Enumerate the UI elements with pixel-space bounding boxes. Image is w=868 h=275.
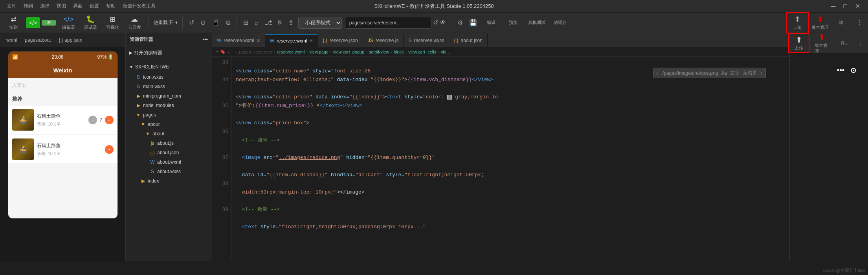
icon-search[interactable]: ⌕ <box>253 18 260 28</box>
btn-cloud[interactable]: ☁ 云开发 <box>125 14 144 31</box>
tab-reservee-json[interactable]: {.} reservee.json <box>318 34 363 47</box>
icon-phone[interactable]: 📱 <box>210 17 221 28</box>
window-title: SXHclientWE - 微信开发者工具 Stable 1.05.220425… <box>374 3 494 10</box>
menu-bar[interactable]: 文件 转到 选择 视图 界面 设置 帮助 微信开发者工具 <box>5 2 158 10</box>
btn-editor[interactable]: </> <box>26 17 40 28</box>
menu-ui[interactable]: 界面 <box>71 2 85 10</box>
icon-settings2[interactable]: ⚙ <box>456 17 464 28</box>
btn-goto[interactable]: ⇄ 转到 <box>4 14 23 31</box>
tab-reservee-wxss[interactable]: S reservee.wxss <box>404 34 449 47</box>
btn-debugger[interactable]: 🐛 调试器 <box>81 14 100 31</box>
explorer-more-icon[interactable]: ••• <box>203 37 208 42</box>
decrease-btn-1[interactable]: − <box>88 116 97 124</box>
menu-goto[interactable]: 转到 <box>21 2 35 10</box>
search-up[interactable]: ↑ <box>760 70 762 76</box>
tab-wxss-icon: S <box>408 38 411 43</box>
icon-stop[interactable]: ⊙ <box>199 17 207 28</box>
btn-upload[interactable]: ⬆ 上传 <box>788 14 807 31</box>
menu-help[interactable]: 帮助 <box>104 2 118 10</box>
btn-editor-label[interactable]: </> 编辑器 <box>59 14 78 31</box>
mode-selector[interactable]: 小程序模式 <box>298 17 342 29</box>
btn-compile[interactable]: 编译 <box>482 14 501 31</box>
folder-about-2[interactable]: ▼ about <box>126 129 212 138</box>
icon-branch[interactable]: ⎇ <box>263 17 273 28</box>
file-about-wxml[interactable]: W about.wxml <box>126 157 212 167</box>
icon-layout[interactable]: ⧉ <box>224 18 232 28</box>
sec-btn-app-json[interactable]: {.} app.json <box>55 37 85 44</box>
window-controls[interactable]: ─ □ ✕ <box>828 2 863 11</box>
btn-clear-save[interactable]: 清缓存 <box>551 14 570 31</box>
path-input[interactable] <box>345 17 431 29</box>
file-about-json[interactable]: {.} about.json <box>126 148 212 157</box>
cloud-icon: ☁ <box>131 15 138 24</box>
phone-item-controls-1[interactable]: − 7 + <box>88 116 113 124</box>
file-about-js[interactable]: js about.js <box>126 138 212 148</box>
menu-file[interactable]: 文件 <box>5 2 19 10</box>
right-more-icon[interactable]: ⋮ <box>858 39 864 47</box>
search-aa[interactable]: Aa <box>721 70 727 76</box>
tab-reservee-js[interactable]: JS reservee.js <box>363 34 404 47</box>
increase-btn-2[interactable]: + <box>105 145 114 154</box>
menu-view[interactable]: 视图 <box>54 2 68 10</box>
sec-btn-pages-about[interactable]: pages\about <box>22 37 54 44</box>
breadcrumb-forward[interactable]: → <box>233 50 237 54</box>
breadcrumb-back[interactable]: ← <box>227 50 231 54</box>
icon-copy[interactable]: ⎘ <box>277 18 284 28</box>
search-az[interactable]: 文字 <box>730 70 740 76</box>
sxh-section-header[interactable]: ▼ SXHCLIENTWE <box>126 61 212 72</box>
btn-version-manager[interactable]: ⬆ 版本管理 <box>809 14 831 31</box>
file-main-wxss[interactable]: S main.wxss <box>126 82 212 91</box>
debug-btn[interactable]: 调 <box>42 20 56 26</box>
icon-send[interactable]: ⇪ <box>287 17 295 28</box>
icon-refresh[interactable]: ↺ <box>187 17 196 28</box>
code-content[interactable]: <view class="cells_name" style="font-siz… <box>232 57 789 261</box>
line-numbers: 83 84 85 86 87 88 89 <box>212 57 232 261</box>
increase-btn-1[interactable]: + <box>105 116 114 124</box>
btn-detail[interactable]: 详... <box>833 14 852 31</box>
menu-select[interactable]: 选择 <box>38 2 52 10</box>
folder-about-1[interactable]: ▼ about <box>126 120 212 129</box>
open-editors-header[interactable]: ▶ 打开的编辑器 <box>126 47 212 58</box>
icon-pages[interactable]: ⊞ <box>242 17 250 28</box>
right-version-btn[interactable]: ⬆ 版本管理 <box>812 35 831 52</box>
icon-eye[interactable]: 👁 <box>440 19 446 26</box>
breadcrumb-icon: ≡ <box>216 50 218 54</box>
btn-visual[interactable]: ⊞ 可视化 <box>103 14 122 31</box>
right-detail-btn[interactable]: 详... <box>835 35 854 52</box>
right-upload-btn[interactable]: ⬆ 上传 <box>789 35 808 52</box>
menu-devtools[interactable]: 微信开发者工具 <box>120 2 158 10</box>
folder-miniprogram-npm[interactable]: ▶ miniprogram_npm <box>126 91 212 101</box>
search-path-text: ./pages/images/reduce.png <box>661 70 718 76</box>
hot-reload-group[interactable]: 热重载 开 ▾ <box>154 19 178 26</box>
folder-index[interactable]: ▶ index <box>126 176 212 186</box>
right-version-icon: ⬆ <box>818 33 825 42</box>
icon-save[interactable]: 💾 <box>468 17 479 28</box>
tab-wxml-close[interactable]: ✕ <box>257 38 260 43</box>
btn-real-device[interactable]: 真机调试 <box>526 14 548 31</box>
tab-reservee-wxml-active[interactable]: W reservee.wxml ✕ <box>265 34 318 47</box>
menu-settings[interactable]: 设置 <box>87 2 101 10</box>
compile-label: 编译 <box>487 20 495 26</box>
btn-preview[interactable]: 预览 <box>504 14 523 31</box>
phone-item-controls-2[interactable]: + <box>105 145 114 154</box>
file-about-wxss[interactable]: S about.wxss <box>126 167 212 176</box>
tab-wxml-icon: W <box>217 38 221 43</box>
icon-reload-path[interactable]: ↺ <box>433 19 438 26</box>
explorer-title: 资源管理器 <box>130 36 153 43</box>
tab-wxml[interactable]: W reservee.wxml ✕ <box>212 34 265 47</box>
tab-active-close[interactable]: ✕ <box>309 38 313 43</box>
tab-about-json-label: about.json <box>461 38 483 43</box>
tab-about-json-icon: {.} <box>454 38 458 43</box>
folder-index-icon: ▶ <box>140 178 146 184</box>
phone-search[interactable]: 入菜名 <box>8 78 117 92</box>
icon-more-options[interactable]: ⋮ <box>855 17 864 28</box>
folder-pages[interactable]: ▼ pages <box>126 110 212 120</box>
sec-btn-wxml[interactable]: wxml <box>3 37 20 44</box>
folder-pages-icon: ▼ <box>135 112 141 118</box>
phone-app-name: Weixin <box>53 67 72 74</box>
tab-about-json[interactable]: {.} about.json <box>449 34 488 47</box>
file-icon-wxss[interactable]: S icon.wxss <box>126 72 212 82</box>
folder-node-modules[interactable]: ▶ node_modules <box>126 101 212 110</box>
phone-item-2: 🍲 石锅土蹄鱼 售价: 10.1 ¥ + <box>8 135 117 163</box>
file-name-main-wxss: main.wxss <box>143 84 165 89</box>
